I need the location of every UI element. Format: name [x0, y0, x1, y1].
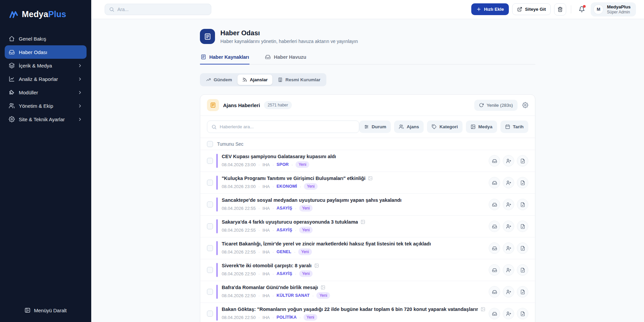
page-title: Haber Odası	[220, 29, 358, 37]
create-draft-button[interactable]	[517, 286, 528, 297]
create-draft-button[interactable]	[517, 308, 528, 319]
newspaper-icon	[201, 54, 206, 60]
news-row: "Kuluçka Programı Tanıtımı ve Girişimci …	[200, 172, 535, 193]
assign-user-button[interactable]	[503, 308, 514, 319]
card-header: Ajans Haberleri 2571 haber Yenile (283s)	[200, 95, 535, 116]
news-search-input[interactable]	[220, 124, 355, 129]
filter-tarih-button[interactable]: Tarih	[500, 121, 528, 133]
send-to-pool-button[interactable]	[489, 221, 500, 232]
filter-ajans-button[interactable]: Ajans	[394, 121, 424, 133]
image-attachment-icon	[321, 285, 325, 290]
user-menu[interactable]: M MedyaPlus Süper Admin	[591, 2, 636, 17]
tab-haber-kaynakları[interactable]: Haber Kaynakları	[200, 54, 250, 64]
assign-user-button[interactable]	[503, 221, 514, 232]
filter-durum-button[interactable]: Durum	[359, 121, 391, 133]
topbar: Hızlı Ekle Siteye Git M MedyaPlus Süper …	[91, 0, 644, 19]
image-attachment-icon	[481, 307, 485, 312]
sidebar-item-label: İçerik & Medya	[19, 63, 52, 68]
collapse-menu-button[interactable]: Menüyü Daralt	[0, 307, 91, 313]
news-row: Sakarya'da 4 farklı uyuşturucu operasyon…	[200, 215, 535, 237]
row-checkbox[interactable]	[207, 289, 213, 295]
tab-haber-havuzu[interactable]: Haber Havuzu	[264, 54, 307, 64]
row-checkbox[interactable]	[207, 267, 213, 273]
subtab-gündem[interactable]: Gündem	[201, 75, 237, 85]
sidebar-item-chart[interactable]: Analiz & Raporlar	[5, 72, 87, 86]
notifications-button[interactable]	[576, 4, 587, 15]
filter-kategori-button[interactable]: Kategori	[427, 121, 463, 133]
news-category: GENEL	[277, 249, 291, 254]
sidebar-item-inbox[interactable]: Haber Odası	[5, 45, 87, 59]
sidebar-item-label: Haber Odası	[19, 49, 47, 55]
send-to-pool-button[interactable]	[489, 286, 500, 297]
assign-user-button[interactable]	[503, 264, 514, 276]
news-source: IHA	[263, 184, 270, 189]
news-search[interactable]	[207, 121, 359, 133]
news-meta: 08.04.2026 23:00 · IHA · EKONOMİ · Yeni	[222, 183, 485, 190]
refresh-button[interactable]: Yenile (283s)	[474, 100, 518, 111]
sidebar-item-label: Genel Bakış	[19, 36, 46, 42]
brand-name: MedyaPlus	[22, 9, 66, 19]
row-actions	[489, 199, 528, 210]
row-accent-bar	[216, 219, 218, 233]
news-title: Siverek'te iki otomobil çarpıştı: 8 yara…	[222, 263, 312, 268]
subtab-ajanslar[interactable]: Ajanslar	[237, 75, 272, 85]
create-draft-button[interactable]	[517, 264, 528, 276]
create-draft-button[interactable]	[517, 242, 528, 254]
home-icon	[9, 36, 15, 42]
news-status-badge: Yeni	[299, 270, 313, 277]
send-to-pool-button[interactable]	[489, 308, 500, 319]
row-actions	[489, 308, 528, 319]
news-meta: 08.04.2026 22:50 · IHA · POLİTİKA · Yeni	[222, 314, 485, 321]
quick-add-button[interactable]: Hızlı Ekle	[471, 3, 509, 15]
sidebar-item-layers[interactable]: İçerik & Medya	[5, 59, 87, 72]
assign-user-button[interactable]	[503, 155, 514, 167]
global-search-input[interactable]	[117, 7, 207, 12]
row-actions	[489, 155, 528, 167]
sidebar-item-puzzle[interactable]: Modüller	[5, 86, 87, 99]
news-category: ASAYİŞ	[277, 271, 292, 276]
news-row: Siverek'te iki otomobil çarpıştı: 8 yara…	[200, 259, 535, 281]
news-date: 08.04.2026 22:55	[222, 228, 256, 233]
news-date: 08.04.2026 22:50	[222, 293, 256, 298]
global-search[interactable]	[105, 4, 211, 15]
image-attachment-icon	[368, 176, 373, 181]
plus-icon	[476, 7, 481, 12]
sidebar-item-gear[interactable]: Site & Teknik Ayarlar	[5, 112, 87, 126]
assign-user-button[interactable]	[503, 177, 514, 188]
assign-user-button[interactable]	[503, 286, 514, 297]
row-checkbox[interactable]	[207, 180, 213, 186]
assign-user-button[interactable]	[503, 242, 514, 254]
select-all-checkbox[interactable]	[207, 141, 213, 147]
row-checkbox[interactable]	[207, 311, 213, 317]
row-checkbox[interactable]	[207, 223, 213, 229]
row-accent-bar	[216, 197, 218, 212]
row-checkbox[interactable]	[207, 245, 213, 251]
agency-news-icon	[207, 99, 219, 111]
image-attachment-icon	[314, 263, 319, 268]
send-to-pool-button[interactable]	[489, 177, 500, 188]
create-draft-button[interactable]	[517, 221, 528, 232]
filter-medya-button[interactable]: Medya	[466, 121, 497, 133]
row-checkbox[interactable]	[207, 158, 213, 164]
go-to-site-button[interactable]: Siteye Git	[512, 3, 551, 15]
assign-user-button[interactable]	[503, 199, 514, 210]
send-to-pool-button[interactable]	[489, 242, 500, 254]
sidebar-item-users[interactable]: Yönetim & Ekip	[5, 99, 87, 112]
subtab-resmi-kurumlar[interactable]: Resmi Kurumlar	[273, 75, 325, 85]
card-settings-button[interactable]	[522, 102, 528, 108]
row-actions	[489, 264, 528, 276]
send-to-pool-button[interactable]	[489, 264, 500, 276]
sidebar-item-home[interactable]: Genel Bakış	[5, 32, 87, 45]
trash-button[interactable]	[554, 3, 566, 15]
news-title: "Kuluçka Programı Tanıtımı ve Girişimci …	[222, 176, 365, 181]
send-to-pool-button[interactable]	[489, 155, 500, 167]
create-draft-button[interactable]	[517, 177, 528, 188]
create-draft-button[interactable]	[517, 155, 528, 167]
news-title: Sakarya'da 4 farklı uyuşturucu operasyon…	[222, 219, 358, 225]
layers-icon	[9, 62, 15, 68]
row-checkbox[interactable]	[207, 201, 213, 208]
create-draft-button[interactable]	[517, 199, 528, 210]
send-to-pool-button[interactable]	[489, 199, 500, 210]
select-all-label: Tumunu Sec	[217, 141, 244, 147]
tab-bar: Haber KaynaklarıHaber Havuzu	[200, 54, 535, 64]
